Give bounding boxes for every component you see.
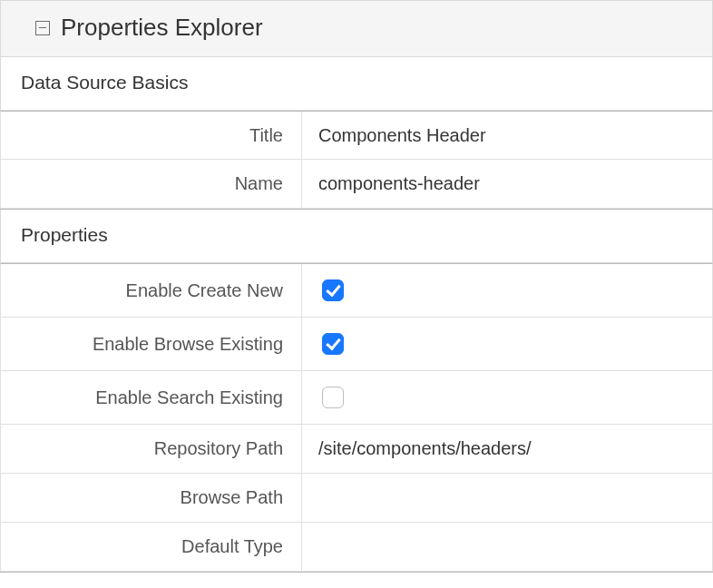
value-browse-path[interactable] — [302, 474, 712, 522]
value-default-type[interactable] — [302, 523, 712, 571]
value-name[interactable]: components-header — [302, 160, 712, 208]
value-enable-search-existing — [302, 371, 712, 424]
label-name: Name — [1, 160, 302, 208]
label-default-type: Default Type — [1, 523, 302, 571]
row-repository-path: Repository Path /site/components/headers… — [0, 425, 713, 474]
collapse-icon[interactable] — [35, 21, 50, 35]
checkbox-enable-search-existing[interactable] — [322, 387, 344, 408]
label-enable-create-new: Enable Create New — [1, 264, 302, 317]
checkbox-enable-browse-existing[interactable] — [322, 333, 344, 355]
row-enable-search-existing: Enable Search Existing — [0, 371, 713, 425]
row-title: Title Components Header — [0, 111, 713, 160]
minus-icon — [39, 27, 46, 28]
properties-group: Enable Create New Enable Browse Existing… — [0, 263, 713, 573]
label-enable-search-existing: Enable Search Existing — [1, 371, 302, 424]
value-repository-path[interactable]: /site/components/headers/ — [302, 425, 712, 473]
basics-group: Title Components Header Name components-… — [0, 111, 713, 210]
label-browse-path: Browse Path — [1, 474, 302, 522]
checkbox-enable-create-new[interactable] — [322, 279, 344, 301]
row-default-type: Default Type — [0, 523, 713, 572]
panel-header: Properties Explorer — [0, 0, 713, 57]
label-repository-path: Repository Path — [1, 425, 302, 473]
row-name: Name components-header — [0, 160, 713, 209]
panel-title: Properties Explorer — [61, 14, 263, 42]
section-heading-properties: Properties — [0, 210, 713, 263]
value-title[interactable]: Components Header — [302, 112, 712, 159]
row-enable-create-new: Enable Create New — [0, 263, 713, 318]
label-title: Title — [1, 112, 302, 159]
row-browse-path: Browse Path — [0, 474, 713, 523]
value-enable-create-new — [302, 264, 712, 317]
section-heading-basics: Data Source Basics — [0, 57, 713, 111]
row-enable-browse-existing: Enable Browse Existing — [0, 318, 713, 371]
label-enable-browse-existing: Enable Browse Existing — [1, 318, 302, 370]
properties-explorer-panel: Properties Explorer Data Source Basics T… — [0, 0, 713, 573]
value-enable-browse-existing — [302, 318, 712, 370]
